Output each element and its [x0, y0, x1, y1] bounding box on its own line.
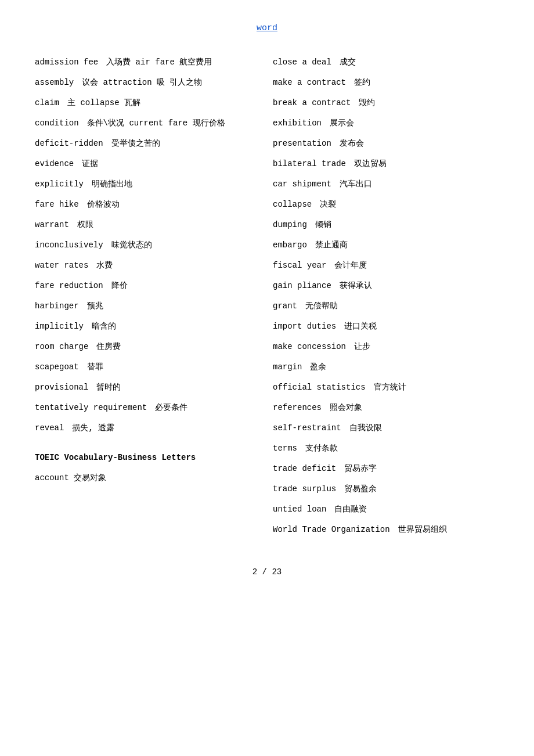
list-item: collapse 决裂: [273, 199, 499, 211]
list-item: bilateral trade 双边贸易: [273, 158, 499, 170]
list-item: provisional 暂时的: [35, 381, 255, 394]
list-item: self-restraint 自我设限: [273, 422, 499, 434]
page-indicator: 2 / 23: [252, 567, 282, 577]
content-area: admission fee 入场费 air fare 航空费用assembly …: [35, 56, 499, 544]
term: warrant 权限: [35, 220, 93, 229]
list-item: evidence 证据: [35, 158, 255, 170]
list-item: tentatively requirement 必要条件: [35, 402, 255, 414]
page-footer: 2 / 23: [35, 567, 499, 577]
list-item: dumping 倾销: [273, 219, 499, 231]
term: admission fee 入场费 air fare 航空费用: [35, 57, 212, 67]
right-column: close a deal 成交make a contract 签约break a…: [267, 56, 499, 544]
list-item: make concession 让步: [273, 341, 499, 353]
list-item: gain pliance 获得承认: [273, 280, 499, 292]
term: claim 主 collapse 瓦解: [35, 98, 140, 107]
list-item: deficit-ridden 受举债之苦的: [35, 138, 255, 150]
list-item: explicitly 明确指出地: [35, 178, 255, 190]
list-item: scapegoat 替罪: [35, 361, 255, 373]
list-item: embargo 禁止通商: [273, 239, 499, 251]
list-item: harbinger 预兆: [35, 300, 255, 312]
list-item: implicitly 暗含的: [35, 321, 255, 333]
list-item: break a contract 毁约: [273, 97, 499, 109]
list-item: assembly 议会 attraction 吸 引人之物: [35, 77, 255, 89]
term: fare hike 价格波动: [35, 200, 120, 209]
list-item: terms 支付条款: [273, 442, 499, 455]
term: room charge 住房费: [35, 342, 121, 351]
list-item: inconclusively 味觉状态的: [35, 239, 255, 251]
list-item: grant 无偿帮助: [273, 300, 499, 312]
list-item: fare reduction 降价: [35, 280, 255, 292]
term: tentatively requirement 必要条件: [35, 403, 187, 412]
list-item: references 照会对象: [273, 402, 499, 414]
left-column: admission fee 入场费 air fare 航空费用assembly …: [35, 56, 267, 544]
page-title-link[interactable]: word: [257, 23, 277, 33]
term: deficit-ridden 受举债之苦的: [35, 139, 160, 148]
list-item: admission fee 入场费 air fare 航空费用: [35, 56, 255, 69]
term: water rates 水费: [35, 261, 113, 270]
term: implicitly 暗含的: [35, 322, 116, 331]
list-item: condition 条件\状况 current fare 现行价格: [35, 117, 255, 129]
list-item: exhibition 展示会: [273, 117, 499, 129]
list-item: fare hike 价格波动: [35, 199, 255, 211]
list-item: fiscal year 会计年度: [273, 260, 499, 272]
list-item: trade surplus 贸易盈余: [273, 483, 499, 495]
list-item: import duties 进口关税: [273, 321, 499, 333]
section-heading: TOEIC Vocabulary-Business Letters: [35, 452, 255, 464]
list-item: room charge 住房费: [35, 341, 255, 353]
term: evidence 证据: [35, 159, 98, 168]
term: fare reduction 降价: [35, 281, 128, 290]
term: inconclusively 味觉状态的: [35, 240, 152, 250]
list-item: margin 盈余: [273, 361, 499, 373]
term: provisional 暂时的: [35, 383, 121, 392]
list-item: presentation 发布会: [273, 138, 499, 150]
list-item: make a contract 签约: [273, 77, 499, 89]
list-item: reveal 损失, 透露: [35, 422, 255, 434]
list-item: World Trade Organization 世界贸易组织: [273, 524, 499, 536]
list-item: warrant 权限: [35, 219, 255, 231]
term: reveal 损失, 透露: [35, 423, 114, 433]
list-item: car shipment 汽车出口: [273, 178, 499, 190]
list-item: trade deficit 贸易赤字: [273, 463, 499, 475]
term: explicitly 明确指出地: [35, 179, 132, 189]
term: condition 条件\状况 current fare 现行价格: [35, 118, 225, 128]
list-item: account 交易对象: [35, 472, 255, 484]
list-item: claim 主 collapse 瓦解: [35, 97, 255, 109]
list-item: water rates 水费: [35, 260, 255, 272]
term: assembly 议会 attraction 吸 引人之物: [35, 78, 202, 87]
list-item: untied loan 自由融资: [273, 503, 499, 516]
term: harbinger 预兆: [35, 301, 103, 311]
page-header: word: [35, 23, 499, 33]
list-item: close a deal 成交: [273, 56, 499, 69]
term: scapegoat 替罪: [35, 362, 103, 372]
list-item: official statistics 官方统计: [273, 381, 499, 394]
